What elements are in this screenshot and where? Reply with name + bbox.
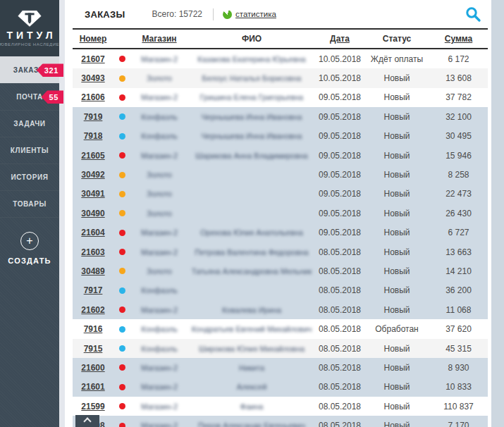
sidebar-item-tasks[interactable]: ЗАДАЧИ <box>0 110 59 137</box>
scroll-top-button[interactable] <box>75 415 99 427</box>
fio-cell: Чернышева Инна Ивановна <box>188 113 315 121</box>
create-button[interactable]: СОЗДАТЬ <box>0 217 59 265</box>
order-number-link[interactable]: 7915 <box>73 344 113 354</box>
sidebar-item-label: ИСТОРИЯ <box>11 173 48 181</box>
logo: ТИТУЛ ЮВЕЛИРНОЕ НАСЛЕДИЕ <box>0 0 59 56</box>
status-cell: Новый <box>364 344 429 354</box>
shop-cell: Конфаэль <box>130 345 188 353</box>
table-row: 21603 Магазин-2 Петрова Валентина Федоро… <box>73 242 488 261</box>
sum-cell: 45 315 <box>429 344 488 354</box>
status-cell: Новый <box>364 209 429 218</box>
status-dot-red <box>119 307 125 313</box>
order-number-link[interactable]: 21607 <box>73 54 113 64</box>
status-cell: Новый <box>364 382 429 392</box>
shop-cell: Конфаэль <box>130 113 188 121</box>
count-badge: 321 <box>37 63 63 77</box>
order-number-link[interactable]: 21601 <box>73 382 113 392</box>
order-number-link[interactable]: 7918 <box>73 131 113 141</box>
fio-cell: Ковалева Ирина <box>188 306 315 314</box>
shop-cell: Золото <box>130 171 188 179</box>
date-cell: 09.05.2018 <box>315 209 364 218</box>
order-number-link[interactable]: 21599 <box>73 402 113 411</box>
order-number-link[interactable]: 21603 <box>73 247 113 257</box>
order-number-link[interactable]: 21600 <box>73 363 113 373</box>
sidebar-item-mail[interactable]: ПОЧТА 55 <box>0 83 59 110</box>
status-cell: Новый <box>364 421 429 427</box>
shop-cell: Магазин-2 <box>130 402 188 411</box>
shop-cell: Магазин-2 <box>130 364 188 372</box>
sum-cell: 37 620 <box>429 324 488 334</box>
order-number-link[interactable]: 21606 <box>73 92 113 102</box>
sum-cell: 13 608 <box>429 73 488 83</box>
shop-cell: Магазин-2 <box>130 93 188 101</box>
table-row: 21598 Магазин-2 Перов Александр Евгеньев… <box>73 416 488 427</box>
statistics-link[interactable]: статистика <box>223 10 276 19</box>
column-header-shop[interactable]: Магазин <box>130 34 188 44</box>
create-button-label: СОЗДАТЬ <box>0 256 59 265</box>
column-header-fio: ФИО <box>188 34 315 44</box>
column-header-date[interactable]: Дата <box>315 34 364 44</box>
order-number-link[interactable]: 7919 <box>73 112 113 122</box>
order-number-link[interactable]: 30491 <box>73 189 113 199</box>
sidebar-item-orders[interactable]: ЗАКАЗЫ 321 <box>0 56 59 83</box>
sum-cell: 37 782 <box>429 92 488 102</box>
sum-cell: 10 833 <box>429 382 488 392</box>
fio-cell: Кондратьев Евгений Михайлович <box>188 325 315 333</box>
status-cell: Новый <box>364 228 429 237</box>
date-cell: 09.05.2018 <box>315 189 364 199</box>
sidebar-item-clients[interactable]: КЛИЕНТЫ <box>0 137 59 163</box>
date-cell: 10.05.2018 <box>315 54 364 64</box>
fio-cell: Татьяна Александровна Мельник <box>188 267 315 276</box>
status-cell: Новый <box>364 73 429 83</box>
status-dot-blue <box>119 326 125 333</box>
order-number-link[interactable]: 30492 <box>73 170 113 180</box>
table-row: 21599 Магазин-2 Фаина 08.05.2018 Новый 1… <box>73 397 488 416</box>
status-dot-red <box>119 364 125 371</box>
fio-cell: Никита <box>188 364 315 372</box>
shop-cell: Золото <box>130 190 188 198</box>
status-dot-yellow <box>119 75 125 82</box>
table-row: 21602 Магазин-2 Ковалева Ирина 08.05.201… <box>73 300 488 319</box>
order-number-link[interactable]: 21604 <box>73 228 113 237</box>
status-dot-blue <box>119 345 125 352</box>
status-cell: Новый <box>364 363 429 373</box>
search-button[interactable] <box>464 5 482 23</box>
status-cell: Новый <box>364 131 429 141</box>
status-cell: Новый <box>364 402 429 411</box>
search-icon <box>465 6 481 23</box>
sidebar-item-products[interactable]: ТОВАРЫ <box>0 190 59 217</box>
sidebar: ТИТУЛ ЮВЕЛИРНОЕ НАСЛЕДИЕ ЗАКАЗЫ 321 ПОЧТ… <box>0 0 59 427</box>
sidebar-item-history[interactable]: ИСТОРИЯ <box>0 163 59 190</box>
sum-cell: 7 170 <box>429 421 488 427</box>
order-number-link[interactable]: 30493 <box>73 73 113 83</box>
status-dot-yellow <box>119 210 125 216</box>
order-number-link[interactable]: 7917 <box>73 285 113 295</box>
status-cell: Новый <box>364 305 429 315</box>
sum-cell: 32 100 <box>429 112 488 122</box>
sum-cell: 15 946 <box>429 151 488 161</box>
column-header-sum[interactable]: Сумма <box>429 34 488 44</box>
sum-cell: 11 068 <box>429 305 488 315</box>
status-dot-red <box>119 94 125 101</box>
orders-total: Всего: 15722 <box>152 9 203 19</box>
table-row: 21601 Магазин-2 Алексей 08.05.2018 Новый… <box>73 378 488 397</box>
order-number-link[interactable]: 30489 <box>73 266 113 276</box>
fio-cell: Петрова Валентина Федоровна <box>188 248 315 256</box>
table-row: 7917 Конфаэль 08.05.2018 Новый 36 200 <box>73 281 488 300</box>
column-header-number[interactable]: Номер <box>73 34 113 44</box>
shop-cell: Магазин-2 <box>130 306 188 314</box>
sidebar-item-label: ЗАДАЧИ <box>13 120 45 128</box>
order-number-link[interactable]: 21602 <box>73 305 113 315</box>
date-cell: 08.05.2018 <box>315 247 364 257</box>
order-number-link[interactable]: 21605 <box>73 151 113 161</box>
sidebar-item-label: ПОЧТА <box>16 93 43 101</box>
fio-cell: Гришина Елена Григорьевна <box>188 93 315 101</box>
status-cell: Новый <box>364 170 429 180</box>
status-dot-yellow <box>119 172 125 178</box>
fio-cell: Белоус Наталья Борисовна <box>188 74 315 82</box>
order-number-link[interactable]: 30490 <box>73 209 113 218</box>
sum-cell: 8 930 <box>429 363 488 373</box>
sidebar-item-label: КЛИЕНТЫ <box>11 147 49 154</box>
order-number-link[interactable]: 7916 <box>73 324 113 334</box>
shop-cell: Золото <box>130 267 188 276</box>
